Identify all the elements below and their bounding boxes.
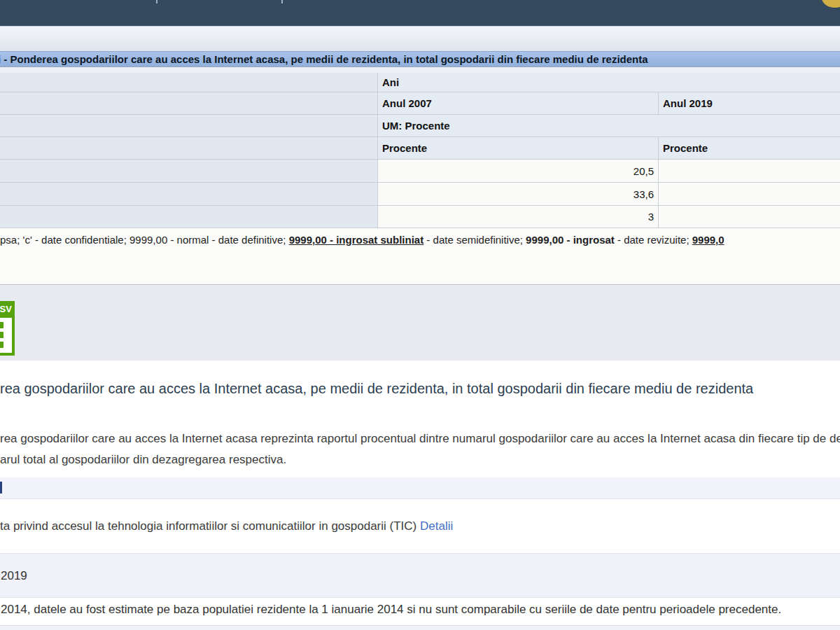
legend-segment-bold-underline: 9999,00 - ingrosat subliniat (289, 234, 424, 246)
csv-icon-cell (0, 332, 4, 338)
gold-logo-icon (822, 0, 840, 8)
table-row-years: Anul 2007 Anul 2019 (0, 92, 840, 115)
table-row-ani: Ani (0, 73, 840, 92)
table-title: i - Ponderea gospodariilor care au acces… (0, 53, 648, 65)
page: i - Ponderea gospodariilor care au acces… (0, 0, 840, 630)
unit-header-2: Procente (659, 137, 840, 159)
csv-icon-cell (0, 342, 4, 348)
csv-icon-label: CSV (0, 301, 15, 318)
legend-segment-bold-underline: 9999,0 (692, 234, 724, 246)
legend-segment: psa; 'c' - date confidentiale; 9999,00 -… (0, 234, 289, 246)
table-row: 3 (0, 206, 840, 228)
legend-area: psa; 'c' - date confidentiale; 9999,00 -… (0, 228, 840, 285)
year-header-2007: Anul 2007 (378, 92, 659, 114)
ani-group-header: Ani (378, 73, 840, 92)
row-label-stub (0, 92, 378, 114)
indicator-heading: rea gospodariilor care au acces la Inter… (0, 381, 840, 397)
value-cell-empty (659, 206, 840, 227)
source-line: ta privind accesul la tehnologia informa… (0, 519, 840, 533)
source-text: ta privind accesul la tehnologia informa… (0, 519, 420, 533)
row-label-stub (0, 137, 378, 159)
csv-download-icon[interactable]: CSV (0, 301, 15, 356)
row-label-stub (0, 206, 378, 227)
row-label-stub (0, 73, 378, 92)
top-navigation-bar (0, 0, 840, 26)
spacer (0, 67, 840, 73)
csv-icon-sheet (0, 318, 12, 353)
table-row-units: Procente Procente (0, 137, 840, 160)
unit-header-1: Procente (378, 137, 659, 159)
value-cell: 20,5 (378, 160, 659, 182)
clipped-blue-icon (0, 482, 2, 493)
data-table: Ani Anul 2007 Anul 2019 UM: Procente Pro… (0, 73, 840, 228)
bottom-band (0, 625, 840, 630)
period-band: 2019 (0, 553, 840, 598)
legend-segment-bold: 9999,00 - ingrosat (526, 234, 615, 246)
legend-segment: - date semidefinitive; (424, 234, 526, 246)
row-label-stub (0, 160, 378, 182)
legend-text: psa; 'c' - date confidentiale; 9999,00 -… (0, 234, 840, 246)
menu-separator (281, 0, 283, 4)
value-cell-empty (659, 160, 840, 182)
value-cell: 3 (378, 206, 659, 227)
subheader-strip (0, 26, 840, 51)
export-band: CSV (0, 285, 840, 360)
methodology-note: 2014, datele au fost estimate pe baza po… (1, 603, 840, 617)
definition-line-1: rea gospodariilor care au acces la Inter… (0, 428, 840, 449)
detalii-link[interactable]: Detalii (420, 519, 453, 533)
period-text: 2019 (1, 569, 27, 583)
table-row-um: UM: Procente (0, 115, 840, 137)
um-header: UM: Procente (378, 115, 840, 136)
menu-separator (156, 0, 158, 4)
csv-icon-cell (0, 322, 4, 328)
table-title-bar: i - Ponderea gospodariilor care au acces… (0, 51, 840, 67)
table-row: 33,6 (0, 183, 840, 206)
value-cell-empty (659, 183, 840, 205)
row-label-stub (0, 183, 378, 205)
row-label-stub (0, 115, 378, 136)
section-band (0, 477, 840, 499)
legend-segment: - date revizuite; (615, 234, 692, 246)
year-header-2019: Anul 2019 (659, 92, 840, 114)
definition-line-2: arul total al gospodariilor din dezagreg… (0, 449, 840, 470)
value-cell: 33,6 (378, 183, 659, 205)
table-row: 20,5 (0, 160, 840, 183)
definition-paragraph: rea gospodariilor care au acces la Inter… (0, 428, 840, 470)
